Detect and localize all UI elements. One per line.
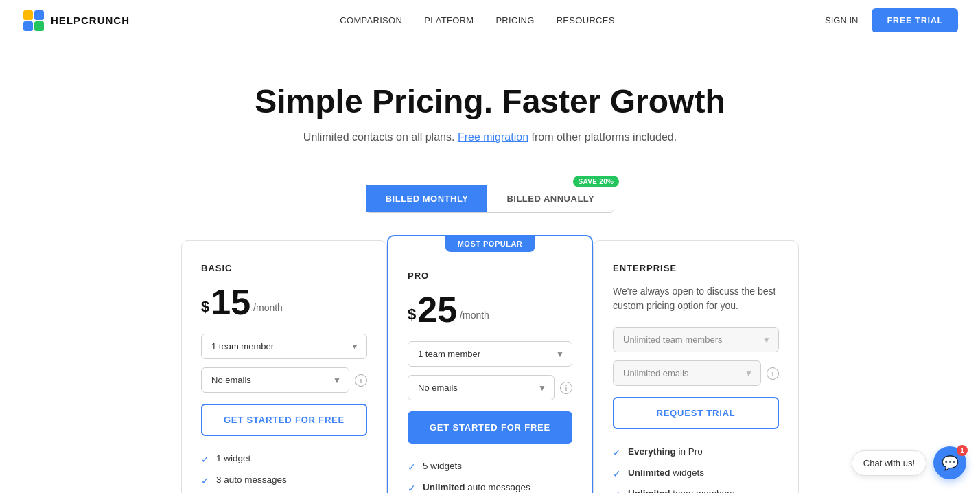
free-trial-button[interactable]: FREE TRIAL (872, 8, 958, 32)
pro-price-amount: 25 (417, 292, 457, 328)
check-icon: ✓ (613, 468, 621, 481)
feature-item: ✓Unlimited auto messages (408, 481, 572, 493)
billing-monthly-button[interactable]: BILLED MONTHLY (366, 185, 488, 212)
hero-title: Simple Pricing. Faster Growth (14, 82, 966, 120)
basic-email-select[interactable]: No emails 500 emails/mo 1000 emails/mo (201, 367, 349, 393)
basic-email-row: No emails 500 emails/mo 1000 emails/mo ▼… (201, 367, 367, 393)
feature-item: ✓3 auto messages (201, 474, 367, 488)
pro-features-list: ✓5 widgets ✓Unlimited auto messages ✓Unl… (408, 460, 572, 493)
basic-plan-price: $ 15 /month (201, 284, 367, 320)
feature-text: Unlimited widgets (628, 467, 704, 480)
subtitle-after: from other platforms included. (531, 131, 677, 143)
check-icon: ✓ (613, 446, 621, 460)
basic-team-select[interactable]: 1 team member 2 team members 3 team memb… (201, 334, 367, 359)
feature-text: Unlimited team members (628, 488, 734, 493)
check-icon: ✓ (613, 488, 621, 493)
feature-text: 5 widgets (423, 460, 462, 473)
basic-email-info-icon[interactable]: i (355, 374, 367, 387)
enterprise-email-select-wrapper: Unlimited emails ▼ (613, 360, 761, 386)
subtitle-before: Unlimited contacts on all plans. (303, 131, 455, 143)
basic-plan-name: BASIC (201, 263, 367, 273)
pro-email-select[interactable]: No emails 500 emails/mo 1000 emails/mo (408, 375, 555, 400)
basic-features-list: ✓1 widget ✓3 auto messages ✓3 popups ✓He… (201, 452, 367, 493)
enterprise-plan-name: ENTERPRISE (613, 263, 779, 273)
logo[interactable]: HELPCRUNCH (22, 9, 130, 32)
enterprise-plan-card: ENTERPRISE We're always open to discuss … (593, 240, 799, 493)
enterprise-email-row: Unlimited emails ▼ i (613, 360, 779, 386)
pro-team-select-wrapper: 1 team member 2 team members 3 team memb… (408, 341, 572, 367)
nav-links: COMPARISON PLATFORM PRICING RESOURCES (340, 15, 614, 25)
basic-price-period: /month (253, 302, 283, 313)
feature-text: Everything in Pro (628, 446, 703, 459)
most-popular-badge: MOST POPULAR (445, 236, 535, 252)
enterprise-cta-button[interactable]: REQUEST TRIAL (613, 397, 779, 429)
chat-label: Chat with us! (852, 450, 926, 476)
svg-rect-2 (23, 21, 33, 31)
pro-dollar-sign: $ (408, 307, 416, 322)
free-migration-link[interactable]: Free migration (458, 131, 528, 143)
hero-subtitle: Unlimited contacts on all plans. Free mi… (14, 131, 966, 144)
feature-text: Unlimited auto messages (423, 481, 530, 493)
nav-right: SIGN IN FREE TRIAL (825, 8, 958, 32)
nav-comparison[interactable]: COMPARISON (340, 15, 402, 25)
pro-price-period: /month (460, 310, 489, 321)
nav-platform[interactable]: PLATFORM (424, 15, 474, 25)
enterprise-team-select[interactable]: Unlimited team members (613, 327, 779, 352)
basic-team-select-wrapper: 1 team member 2 team members 3 team memb… (201, 334, 367, 359)
pricing-section: BASIC $ 15 /month 1 team member 2 team m… (0, 240, 980, 493)
pro-cta-button[interactable]: GET STARTED FOR FREE (408, 411, 572, 444)
basic-email-select-wrapper: No emails 500 emails/mo 1000 emails/mo ▼ (201, 367, 349, 393)
pro-plan-name: PRO (408, 271, 572, 281)
basic-cta-button[interactable]: GET STARTED FOR FREE (201, 404, 367, 436)
logo-text: HELPCRUNCH (51, 14, 130, 26)
feature-item: ✓1 widget (201, 452, 367, 467)
basic-dollar-sign: $ (201, 299, 209, 314)
save-badge: SAVE 20% (573, 176, 620, 187)
nav-pricing[interactable]: PRICING (495, 15, 534, 25)
pro-plan-card: MOST POPULAR PRO $ 25 /month 1 team memb… (387, 235, 593, 493)
svg-rect-1 (34, 10, 44, 20)
enterprise-email-info-icon[interactable]: i (767, 367, 779, 380)
basic-plan-card: BASIC $ 15 /month 1 team member 2 team m… (181, 240, 387, 493)
svg-rect-0 (23, 10, 33, 20)
feature-item: ✓Unlimited team members (613, 488, 779, 493)
pro-email-select-wrapper: No emails 500 emails/mo 1000 emails/mo ▼ (408, 375, 555, 400)
svg-rect-3 (34, 21, 44, 31)
feature-item: ✓Unlimited widgets (613, 467, 779, 481)
feature-text: 1 widget (216, 452, 250, 466)
pro-plan-price: $ 25 /month (408, 292, 572, 328)
nav-resources[interactable]: RESOURCES (557, 15, 615, 25)
feature-item: ✓Everything in Pro (613, 446, 779, 460)
chat-widget: Chat with us! 💬 1 (852, 446, 966, 479)
chat-button[interactable]: 💬 1 (933, 446, 966, 479)
feature-item: ✓5 widgets (408, 460, 572, 474)
check-icon: ✓ (201, 453, 209, 467)
billing-annually-button[interactable]: BILLED ANNUALLY (487, 185, 614, 212)
toggle-wrapper: BILLED MONTHLY BILLED ANNUALLY SAVE 20% (366, 185, 615, 213)
billing-toggle: BILLED MONTHLY BILLED ANNUALLY SAVE 20% (0, 185, 980, 213)
pro-team-select[interactable]: 1 team member 2 team members 3 team memb… (408, 341, 572, 367)
pro-email-row: No emails 500 emails/mo 1000 emails/mo ▼… (408, 375, 572, 400)
sign-in-button[interactable]: SIGN IN (825, 15, 858, 25)
enterprise-features-list: ✓Everything in Pro ✓Unlimited widgets ✓U… (613, 446, 779, 493)
pro-email-info-icon[interactable]: i (560, 382, 572, 394)
check-icon: ✓ (408, 482, 416, 493)
basic-price-amount: 15 (211, 284, 250, 320)
enterprise-plan-description: We're always open to discuss the best cu… (613, 284, 779, 313)
navbar: HELPCRUNCH COMPARISON PLATFORM PRICING R… (0, 0, 980, 41)
enterprise-team-select-wrapper: Unlimited team members ▼ (613, 327, 779, 352)
feature-text: 3 auto messages (216, 474, 287, 487)
chat-badge: 1 (957, 445, 968, 456)
enterprise-email-select[interactable]: Unlimited emails (613, 360, 761, 386)
check-icon: ✓ (201, 474, 209, 488)
check-icon: ✓ (408, 461, 416, 474)
hero-section: Simple Pricing. Faster Growth Unlimited … (0, 41, 980, 164)
